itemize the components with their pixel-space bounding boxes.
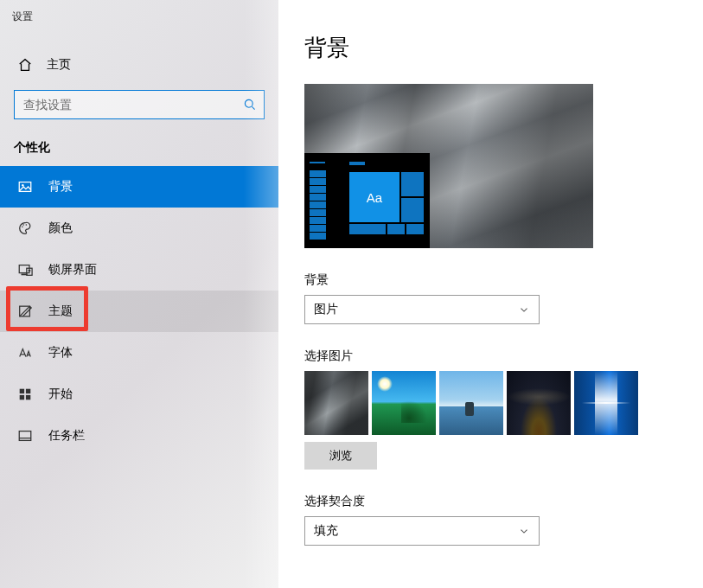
nav-item-start[interactable]: 开始 xyxy=(0,374,278,415)
nav-item-label: 字体 xyxy=(48,345,73,361)
svg-rect-7 xyxy=(19,265,29,273)
thumbnail[interactable] xyxy=(574,371,638,435)
nav-item-fonts[interactable]: 字体 xyxy=(0,332,278,374)
thumbnail-row xyxy=(304,371,677,435)
lockscreen-icon xyxy=(17,262,33,278)
chevron-down-icon xyxy=(518,525,530,537)
home-icon xyxy=(17,57,33,73)
section-label: 个性化 xyxy=(0,140,278,166)
browse-button-label: 浏览 xyxy=(329,448,352,463)
thumbnail[interactable] xyxy=(439,371,503,435)
nav-item-label: 任务栏 xyxy=(48,428,85,444)
background-preview: Aa xyxy=(304,84,593,248)
start-icon xyxy=(17,387,33,402)
nav-item-lockscreen[interactable]: 锁屏界面 xyxy=(0,249,278,291)
picture-icon xyxy=(17,179,33,195)
search-input[interactable] xyxy=(23,98,243,112)
search-icon xyxy=(243,98,257,112)
browse-button[interactable]: 浏览 xyxy=(304,442,377,470)
nav-list: 背景 颜色 锁屏界面 xyxy=(0,166,278,457)
nav-item-label: 锁屏界面 xyxy=(48,262,97,278)
nav-item-label: 主题 xyxy=(48,304,73,319)
nav-item-themes[interactable]: 主题 xyxy=(0,291,278,332)
svg-rect-13 xyxy=(26,389,30,393)
svg-point-0 xyxy=(245,99,252,107)
svg-rect-10 xyxy=(29,270,31,272)
thumbnail[interactable] xyxy=(304,371,368,435)
thumbnail[interactable] xyxy=(507,371,571,435)
nav-item-label: 开始 xyxy=(48,387,73,402)
fit-label: 选择契合度 xyxy=(304,494,677,509)
svg-rect-15 xyxy=(26,395,30,399)
home-label: 主页 xyxy=(47,57,71,73)
nav-item-label: 颜色 xyxy=(48,220,73,236)
svg-rect-16 xyxy=(19,431,31,441)
nav-item-colors[interactable]: 颜色 xyxy=(0,208,278,249)
settings-sidebar: 设置 主页 个性化 背景 xyxy=(0,0,278,588)
palette-icon xyxy=(17,220,33,236)
svg-rect-12 xyxy=(20,389,24,393)
svg-point-5 xyxy=(22,224,24,226)
nav-item-taskbar[interactable]: 任务栏 xyxy=(0,415,278,457)
nav-item-label: 背景 xyxy=(48,179,73,195)
font-icon xyxy=(17,345,33,361)
preview-sample-text: Aa xyxy=(349,172,399,222)
thumbnail[interactable] xyxy=(372,371,436,435)
svg-point-3 xyxy=(22,184,24,187)
fit-dropdown[interactable]: 填充 xyxy=(304,516,540,546)
main-content: 背景 Aa 背景 图片 选择图片 浏览 选 xyxy=(278,0,703,588)
choose-picture-label: 选择图片 xyxy=(304,348,677,364)
nav-item-background[interactable]: 背景 xyxy=(0,166,278,208)
home-nav[interactable]: 主页 xyxy=(0,43,278,86)
svg-point-6 xyxy=(26,224,28,226)
page-title: 背景 xyxy=(304,33,677,63)
dropdown-value: 图片 xyxy=(314,302,338,317)
theme-icon xyxy=(17,304,33,319)
chevron-down-icon xyxy=(518,304,530,316)
window-title: 设置 xyxy=(0,0,278,24)
taskbar-icon xyxy=(17,428,33,444)
dropdown-value: 填充 xyxy=(314,523,338,539)
background-type-label: 背景 xyxy=(304,272,677,288)
search-box[interactable] xyxy=(14,90,265,119)
svg-rect-14 xyxy=(20,395,24,399)
svg-point-4 xyxy=(22,226,23,227)
background-type-dropdown[interactable]: 图片 xyxy=(304,295,540,324)
svg-line-1 xyxy=(252,106,254,109)
preview-start-overlay: Aa xyxy=(304,153,430,248)
